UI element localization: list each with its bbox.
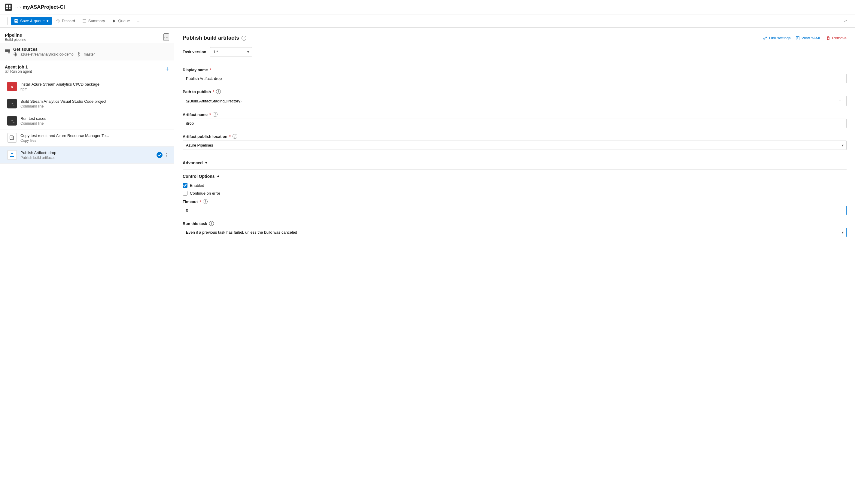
artifact-location-info-icon[interactable]: i [233, 134, 237, 139]
run-this-task-select-container: Only when all previous tasks have succee… [183, 228, 847, 237]
task-item-install-azure[interactable]: N Install Azure Stream Analytics CI/CD p… [0, 78, 174, 95]
timeout-info-icon[interactable]: i [203, 199, 208, 204]
display-name-field: Display name * [183, 68, 847, 83]
queue-button[interactable]: Queue [109, 17, 133, 25]
pipeline-more-button[interactable]: ··· [163, 33, 169, 41]
right-panel-title-text: Publish build artifacts [183, 35, 239, 41]
path-to-publish-label: Path to publish * i [183, 89, 847, 94]
enabled-label[interactable]: Enabled [190, 183, 204, 188]
summary-button[interactable]: Summary [79, 17, 108, 25]
display-name-input[interactable] [183, 74, 847, 83]
more-button[interactable]: ··· [134, 17, 143, 25]
control-options-content: Enabled Continue on error Timeout * i [183, 183, 847, 248]
discard-button[interactable]: Discard [53, 17, 78, 25]
task-title-build-stream: Build Stream Analytics Visual Studio Cod… [20, 99, 106, 104]
expand-icon: ⤢ [844, 19, 847, 23]
view-yaml-button[interactable]: View YAML [796, 36, 821, 40]
get-sources-row[interactable]: Get sources azure-streamanalytics-cicd-d… [0, 43, 174, 60]
save-queue-button[interactable]: Save & queue ▾ [11, 17, 52, 25]
task-version-select[interactable]: 1.* [210, 47, 252, 56]
run-this-task-info-icon[interactable]: i [209, 221, 214, 226]
path-browse-icon: ··· [839, 98, 843, 103]
svg-rect-7 [83, 19, 86, 20]
breadcrumb: ··· › myASAProject-CI [14, 4, 65, 10]
task-info-build-stream: Build Stream Analytics Visual Studio Cod… [20, 99, 106, 108]
remove-button[interactable]: Remove [826, 36, 847, 40]
right-panel-actions: Link settings View YAML Remove [763, 36, 847, 40]
enabled-checkbox[interactable] [183, 183, 188, 188]
artifact-name-input[interactable] [183, 119, 847, 128]
svg-rect-38 [827, 37, 829, 40]
svg-point-17 [78, 53, 79, 54]
svg-rect-0 [6, 5, 8, 7]
task-icon-cmd-build: >_ [7, 99, 17, 108]
task-version-select-container: 1.* [210, 47, 252, 56]
continue-on-error-checkbox[interactable] [183, 191, 188, 196]
svg-rect-33 [10, 156, 14, 157]
continue-on-error-label[interactable]: Continue on error [190, 191, 220, 196]
breadcrumb-dots[interactable]: ··· [14, 5, 18, 9]
control-options-chevron: ▾ [217, 174, 219, 178]
agent-job-row: Agent job 1 Run on agent + [0, 60, 174, 78]
svg-text:N: N [11, 85, 13, 88]
artifact-publish-location-select[interactable]: Azure Pipelines A file share [183, 141, 847, 150]
expand-button[interactable]: ⤢ [841, 17, 850, 25]
task-version-label: Task version [183, 50, 207, 54]
artifact-name-label: Artifact name * i [183, 112, 847, 117]
task-item-run-tests[interactable]: >_ Run test cases Command line [0, 112, 174, 129]
advanced-section-header[interactable]: Advanced ▾ [183, 156, 847, 169]
task-info-copy-test: Copy test result and Azure Resource Mana… [20, 133, 109, 143]
svg-rect-1 [9, 5, 11, 7]
advanced-label: Advanced [183, 160, 203, 165]
left-panel: Pipeline Build pipeline ··· Get so [0, 28, 174, 504]
svg-rect-30 [10, 136, 13, 139]
path-to-publish-input[interactable] [183, 96, 835, 106]
artifact-location-required: * [229, 134, 231, 139]
svg-rect-21 [6, 71, 7, 71]
agent-job-sub: Run on agent [5, 69, 32, 74]
top-nav: ··· › myASAProject-CI [0, 0, 855, 14]
svg-rect-3 [9, 7, 11, 9]
path-info-icon[interactable]: i [216, 89, 221, 94]
save-queue-label: Save & queue [20, 19, 45, 23]
advanced-section: Advanced ▾ [183, 156, 847, 169]
svg-rect-12 [5, 50, 10, 51]
path-input-row: ··· [183, 96, 847, 106]
control-options-header[interactable]: Control Options ▾ [183, 169, 847, 183]
run-this-task-field: Run this task i Only when all previous t… [183, 221, 847, 237]
task-item-copy-test[interactable]: Copy test result and Azure Resource Mana… [0, 129, 174, 147]
enabled-checkbox-row: Enabled [183, 183, 847, 188]
link-settings-button[interactable]: Link settings [763, 36, 791, 40]
task-sub-run-tests: Command line [20, 121, 46, 126]
get-sources-repo: azure-streamanalytics-cicd-demo [20, 52, 74, 56]
task-item-publish-artifact[interactable]: Publish Artifact: drop Publish build art… [0, 147, 174, 164]
svg-text:>_: >_ [11, 102, 15, 105]
run-this-task-select[interactable]: Only when all previous tasks have succee… [183, 228, 847, 237]
task-item-build-stream[interactable]: >_ Build Stream Analytics Visual Studio … [0, 95, 174, 112]
path-required: * [213, 90, 214, 94]
add-task-button[interactable]: + [165, 65, 169, 73]
agent-job-info: Agent job 1 Run on agent [5, 65, 32, 74]
right-panel-header: Publish build artifacts i Link settings … [183, 35, 847, 41]
timeout-input[interactable] [183, 206, 847, 215]
task-actions-publish: ⋮ [157, 152, 169, 158]
artifact-publish-location-field: Artifact publish location * i Azure Pipe… [183, 134, 847, 150]
breadcrumb-arrow: › [19, 5, 21, 9]
right-panel: Publish build artifacts i Link settings … [174, 28, 855, 504]
artifact-name-info-icon[interactable]: i [213, 112, 217, 117]
task-icon-cmd-test: >_ [7, 116, 17, 126]
task-sub-build-stream: Command line [20, 104, 106, 108]
path-to-publish-field: Path to publish * i ··· [183, 89, 847, 106]
project-name: myASAProject-CI [22, 4, 65, 10]
main-container: Pipeline Build pipeline ··· Get so [0, 28, 855, 504]
title-info-icon[interactable]: i [242, 36, 246, 40]
path-browse-button[interactable]: ··· [835, 96, 847, 106]
queue-label: Queue [118, 19, 130, 23]
task-title-publish-artifact: Publish Artifact: drop [20, 150, 56, 155]
task-title-install-azure: Install Azure Stream Analytics CI/CD pac… [20, 82, 100, 87]
display-name-required: * [210, 68, 211, 72]
task-dots-button[interactable]: ⋮ [164, 152, 169, 158]
remove-label: Remove [832, 36, 847, 40]
task-icon-publish [7, 150, 17, 160]
svg-rect-8 [83, 21, 85, 21]
